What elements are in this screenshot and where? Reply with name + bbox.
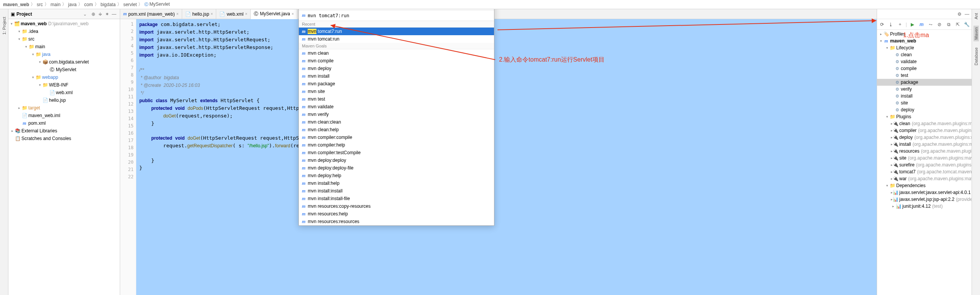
maven-phase[interactable]: verify: [877, 86, 972, 93]
tree-node[interactable]: mpom.xml: [8, 119, 120, 127]
run-item[interactable]: mmvn resources:help: [299, 210, 494, 218]
toggle-skip-tests-icon[interactable]: ⊘: [936, 21, 943, 28]
toggle-offline-icon[interactable]: ⥊: [927, 21, 934, 28]
tree-node[interactable]: 📄web.xml: [8, 89, 120, 96]
maven-plugin[interactable]: ▸🔌site(org.apache.maven.plugins:maven-si…: [877, 155, 972, 161]
run-item[interactable]: mmvn tomcat:run: [299, 35, 494, 43]
run-item[interactable]: mmvn compiler:testCompile: [299, 149, 494, 156]
tree-node[interactable]: ▾📁src: [8, 35, 120, 43]
run-item[interactable]: mmvn deploy:help: [299, 172, 494, 179]
tree-node[interactable]: ▾📁main: [8, 43, 120, 51]
maven-tree[interactable]: ▸🏷️Profiles▾mmaven_web▾📁Lifecyclecleanva…: [877, 30, 972, 295]
maven-phase[interactable]: compile: [877, 65, 972, 72]
tree-node[interactable]: 📋Scratches and Consoles: [8, 135, 120, 142]
tree-node[interactable]: ▾📁java: [8, 51, 120, 58]
maven-phase[interactable]: site: [877, 99, 972, 106]
maven-plugin[interactable]: ▸🔌tomcat7(org.apache.tomcat.maven:tomcat…: [877, 168, 972, 175]
settings-icon[interactable]: 🔧: [963, 21, 970, 28]
run-input-row[interactable]: m mvn tomcat7:run: [299, 10, 494, 21]
gear-icon[interactable]: ⚙: [957, 11, 962, 17]
run-item[interactable]: mmvn verify: [299, 111, 494, 118]
run-item[interactable]: mmvn clean:help: [299, 126, 494, 134]
editor-tab[interactable]: ⒸMyServlet.java×: [251, 10, 297, 19]
run-item[interactable]: mmvn install:install-file: [299, 195, 494, 202]
bc-item[interactable]: com: [84, 2, 93, 7]
editor-tab[interactable]: mpom.xml (maven_web)×: [120, 9, 182, 19]
tree-node[interactable]: 📄hello.jsp: [8, 96, 120, 104]
tree-node[interactable]: ▾📁.idea: [8, 28, 120, 35]
add-icon[interactable]: ＋: [897, 21, 903, 28]
maven-phase[interactable]: deploy: [877, 106, 972, 113]
run-item[interactable]: mmvn clean: [299, 49, 494, 57]
hide-icon[interactable]: —: [965, 11, 969, 17]
maven-node[interactable]: ▾📁Lifecycle: [877, 44, 972, 51]
close-icon[interactable]: ×: [211, 12, 213, 16]
run-item[interactable]: mmvn compiler:compile: [299, 134, 494, 141]
maven-plugin[interactable]: ▸🔌war(org.apache.maven.plugins:maven-war…: [877, 175, 972, 182]
rail-ant[interactable]: Ant: [974, 13, 978, 20]
maven-plugin[interactable]: ▸🔌compiler(org.apache.maven.plugins:mave…: [877, 127, 972, 134]
maven-dependency[interactable]: ▸📊junit:junit:4.12(test): [877, 203, 972, 210]
maven-node[interactable]: ▾📁Plugins: [877, 113, 972, 120]
project-tree[interactable]: ▾🗂️ maven_web D:\java\maven_web ▾📁.idea▾…: [8, 19, 120, 295]
run-suggestions[interactable]: Recentmmvn tomcat7:runmmvn tomcat:runMav…: [299, 21, 494, 225]
tree-root[interactable]: ▾🗂️ maven_web D:\java\maven_web: [8, 20, 120, 28]
maven-plugin[interactable]: ▸🔌deploy(org.apache.maven.plugins:maven-…: [877, 134, 972, 141]
bc-item[interactable]: java: [68, 2, 77, 7]
bc-item[interactable]: maven_web: [3, 2, 29, 7]
run-item[interactable]: mmvn deploy: [299, 65, 494, 72]
maven-node[interactable]: ▾mmaven_web: [877, 37, 972, 44]
maven-dependency[interactable]: ▸📊javax.servlet.jsp:jsp-api:2.2(provided…: [877, 196, 972, 203]
run-item[interactable]: mmvn install: [299, 72, 494, 80]
run-item[interactable]: mmvn install:install: [299, 187, 494, 195]
maven-plugin[interactable]: ▸🔌install(org.apache.maven.plugins:maven…: [877, 141, 972, 148]
show-deps-icon[interactable]: ⧉: [945, 21, 952, 28]
run-item[interactable]: mmvn clean:clean: [299, 118, 494, 126]
expand-icon[interactable]: ≑: [97, 11, 104, 17]
close-icon[interactable]: ×: [176, 12, 179, 16]
close-icon[interactable]: ×: [292, 12, 294, 16]
editor-tab[interactable]: 📄web.xml×: [216, 9, 251, 19]
run-item[interactable]: mmvn resources:resources: [299, 218, 494, 225]
maven-phase[interactable]: validate: [877, 58, 972, 65]
run-icon[interactable]: ▶: [909, 21, 916, 28]
close-icon[interactable]: ×: [245, 12, 247, 16]
run-item[interactable]: mmvn test: [299, 95, 494, 103]
code-editor[interactable]: package com.bigdata.servlet; import java…: [136, 19, 877, 295]
run-item[interactable]: mmvn validate: [299, 103, 494, 111]
rail-database[interactable]: Database: [974, 47, 978, 65]
tree-node[interactable]: 📄maven_web.iml: [8, 112, 120, 119]
tree-node[interactable]: ▾📦com.bigdata.servlet: [8, 58, 120, 66]
run-item[interactable]: mmvn deploy:deploy: [299, 156, 494, 164]
rail-maven[interactable]: Maven: [973, 26, 979, 41]
run-item[interactable]: mmvn deploy:deploy-file: [299, 164, 494, 172]
maven-plugin[interactable]: ▸🔌resources(org.apache.maven.plugins:mav…: [877, 148, 972, 155]
bc-item[interactable]: servlet: [123, 2, 137, 7]
collapse-all-icon[interactable]: ⇱: [954, 21, 961, 28]
download-icon[interactable]: ⭳: [888, 21, 895, 28]
execute-goal-icon[interactable]: m: [918, 21, 925, 28]
maven-plugin[interactable]: ▸🔌clean(org.apache.maven.plugins:maven-c…: [877, 120, 972, 127]
maven-node[interactable]: ▸🏷️Profiles: [877, 31, 972, 37]
dropdown-icon[interactable]: ⌄: [83, 11, 87, 17]
run-item[interactable]: mmvn tomcat7:run: [299, 28, 494, 35]
hide-icon[interactable]: —: [111, 11, 117, 17]
reimport-icon[interactable]: ⟳: [879, 21, 885, 28]
collapse-icon[interactable]: ✶: [104, 11, 111, 17]
tree-node[interactable]: ⒸMyServlet: [8, 66, 120, 73]
tree-node[interactable]: ▸📚External Libraries: [8, 127, 120, 135]
maven-node[interactable]: ▾📁Dependencies: [877, 182, 972, 189]
select-opened-icon[interactable]: ⊕: [90, 11, 97, 17]
run-item[interactable]: mmvn package: [299, 80, 494, 88]
bc-item[interactable]: bigdata: [101, 2, 116, 7]
run-item[interactable]: mmvn resources:copy-resources: [299, 202, 494, 210]
bc-item[interactable]: main: [51, 2, 60, 7]
run-item[interactable]: mmvn compile: [299, 57, 494, 65]
bc-item[interactable]: src: [37, 2, 43, 7]
tree-node[interactable]: ▾📁webapp: [8, 73, 120, 81]
rail-project[interactable]: 1: Project: [2, 17, 7, 34]
run-item[interactable]: mmvn site: [299, 88, 494, 95]
run-item[interactable]: mmvn install:help: [299, 179, 494, 187]
run-input-text[interactable]: mvn tomcat7:run: [308, 13, 491, 18]
maven-phase[interactable]: install: [877, 93, 972, 99]
